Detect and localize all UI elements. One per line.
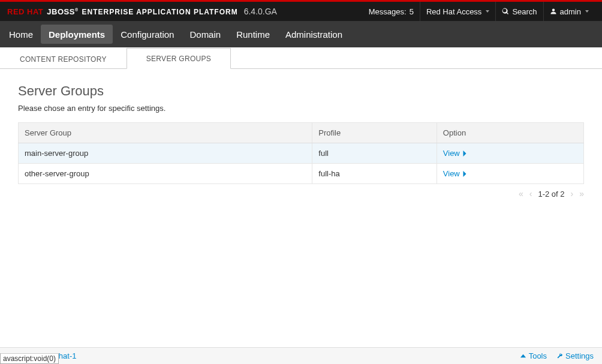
pager: « ‹ 1-2 of 2 › » [18,189,584,198]
view-link[interactable]: View [443,169,467,178]
chevron-down-icon [486,10,489,13]
nav-domain[interactable]: Domain [182,21,228,47]
cell-profile: full [312,143,437,164]
view-label: View [443,149,460,158]
nav-configuration[interactable]: Configuration [113,21,182,47]
cell-option: View [437,143,583,164]
redhat-access-label: Red Hat Access [426,7,482,16]
server-groups-table: Server Group Profile Option main-server-… [18,122,584,184]
messages-link[interactable]: Messages: 5 [363,2,420,21]
user-menu[interactable]: admin [543,2,595,21]
brand: RED HAT JBOSS® ENTERPRISE APPLICATION PL… [7,7,277,16]
sub-tabs: CONTENT REPOSITORY SERVER GROUPS [0,47,602,69]
caret-up-icon [520,353,526,359]
pager-text: 1-2 of 2 [538,189,564,198]
brand-jboss: JBOSS® [47,7,78,16]
cell-option: View [437,164,583,184]
search-icon [502,8,509,15]
tools-link[interactable]: Tools [520,351,547,360]
chevron-right-icon [462,171,467,177]
table-row[interactable]: main-server-group full View [19,143,584,164]
col-option: Option [437,123,583,143]
cell-group: other-server-group [19,164,312,184]
settings-link[interactable]: Settings [556,351,594,360]
messages-label: Messages: [369,7,407,16]
chevron-down-icon [585,10,589,13]
top-bar: RED HAT JBOSS® ENTERPRISE APPLICATION PL… [0,2,602,21]
tools-label: Tools [529,351,547,360]
cell-group: main-server-group [19,143,312,164]
table-row[interactable]: other-server-group full-ha View [19,164,584,184]
cell-profile: full-ha [312,164,437,184]
tab-server-groups[interactable]: SERVER GROUPS [127,48,231,69]
page-title: Server Groups [18,83,584,99]
search-label: Search [512,7,537,16]
brand-version: 6.4.0.GA [244,7,277,16]
brand-subtitle: ENTERPRISE APPLICATION PLATFORM [82,8,238,16]
page-description: Please chose an entry for specific setti… [18,104,584,113]
view-link[interactable]: View [443,149,467,158]
nav-home[interactable]: Home [1,21,41,47]
search-button[interactable]: Search [495,2,543,21]
user-label: admin [560,7,581,16]
pager-last-icon[interactable]: » [579,189,584,198]
main-nav: Home Deployments Configuration Domain Ru… [0,21,602,47]
tab-content-repository[interactable]: CONTENT REPOSITORY [0,49,127,69]
view-label: View [443,169,460,178]
nav-deployments[interactable]: Deployments [41,25,113,44]
nav-administration[interactable]: Administration [278,21,350,47]
redhat-access-menu[interactable]: Red Hat Access [420,2,496,21]
col-server-group: Server Group [19,123,312,143]
messages-count: 5 [410,7,414,16]
pager-next-icon[interactable]: › [571,189,574,198]
chevron-right-icon [462,151,467,157]
pager-prev-icon[interactable]: ‹ [529,189,532,198]
main-content: Server Groups Please chose an entry for … [0,69,602,347]
user-icon [550,8,557,15]
browser-status-bar: avascript:void(0) [0,353,59,364]
footer: 2.5.5.Final-redhat-1 Tools Settings [0,347,602,364]
settings-label: Settings [565,351,594,360]
brand-redhat: RED HAT [7,7,43,16]
pager-first-icon[interactable]: « [519,189,523,198]
col-profile: Profile [312,123,437,143]
wrench-icon [556,353,563,359]
nav-runtime[interactable]: Runtime [228,21,278,47]
